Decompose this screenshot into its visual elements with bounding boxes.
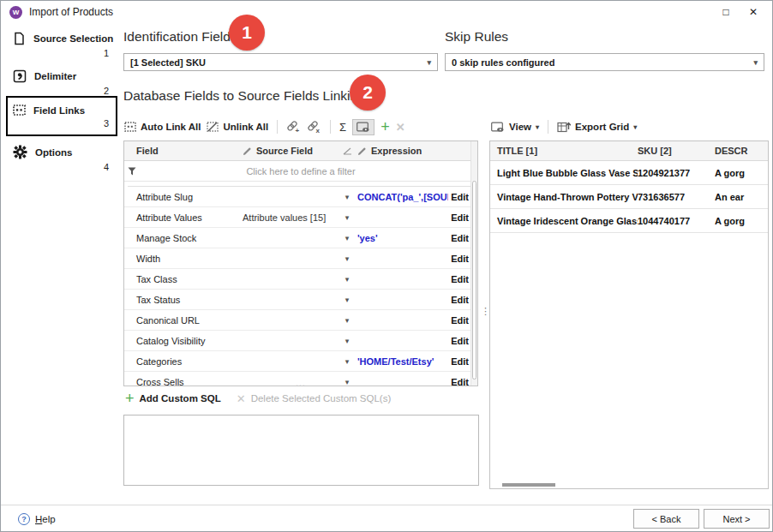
preview-row[interactable]: Vintage Hand-Thrown Pottery Vase | Utens… (490, 185, 768, 209)
sidebar-item-source-selection[interactable]: Source Selection 1 (13, 32, 109, 58)
field-link-row[interactable]: Canonical URL ▾ Edit (124, 310, 477, 331)
dropdown-arrow-icon[interactable]: ▾ (337, 213, 357, 222)
field-link-row[interactable]: Attribute Slug ▾ CONCAT('pa_',[SOURCE_FI… (124, 187, 477, 207)
quote-icon (13, 69, 27, 83)
preview-row[interactable]: Light Blue Bubble Glass Vase Signed Mgla… (490, 161, 768, 185)
field-link-row[interactable]: Tax Status ▾ Edit (124, 290, 477, 310)
filter-placeholder: Click here to define a filter (124, 166, 477, 176)
add-row-button[interactable]: + (381, 120, 390, 134)
step-number: 3 (104, 118, 109, 129)
window-title: Import of Products (29, 6, 113, 18)
field-link-row[interactable]: Categories ▾ 'HOME/Test/Etsy' Edit (124, 351, 477, 372)
vertical-scrollbar[interactable] (470, 141, 477, 386)
skip-rules-dropdown[interactable]: 0 skip rules configured ▾ (445, 53, 764, 71)
help-link[interactable]: ? Help (18, 513, 56, 525)
horizontal-scrollbar-thumb[interactable] (502, 483, 555, 487)
filter-funnel-icon (128, 167, 136, 176)
field-link-row[interactable]: Attribute Values Attribute values [15] ▾… (124, 207, 477, 228)
dropdown-value: [1 Selected] SKU (130, 57, 206, 68)
column-header-expression[interactable]: Expression (357, 146, 477, 156)
field-link-row[interactable]: Width ▾ Edit (124, 248, 477, 269)
sidebar-item-options[interactable]: Options 4 (13, 145, 109, 172)
linking-heading: Database Fields to Source Fields Linkini… (123, 88, 375, 104)
field-link-row[interactable]: Catalog Visibility ▾ Edit (124, 331, 477, 351)
auto-link-all-button[interactable]: Auto Link All (124, 122, 201, 132)
scrollbar-thumb[interactable] (472, 181, 476, 380)
chevron-down-icon: ▾ (427, 58, 431, 67)
sort-ascending-icon[interactable] (337, 147, 357, 155)
add-custom-sql-button[interactable]: + Add Custom SQL (125, 392, 221, 405)
pencil-icon (243, 146, 252, 156)
step-number: 2 (104, 86, 109, 96)
dropdown-arrow-icon[interactable]: ▾ (337, 378, 357, 386)
preview-toolbar: View ▾ Export Grid ▾ (491, 117, 637, 137)
toolbar-separator (330, 120, 331, 134)
column-header-sku[interactable]: SKU [2] (638, 146, 715, 156)
app-icon: W (9, 6, 22, 19)
dropdown-value: 0 skip rules configured (452, 57, 554, 68)
svg-text:+: + (296, 127, 300, 134)
toolbar-separator (277, 120, 278, 134)
chevron-down-icon: ▾ (536, 123, 539, 131)
svg-text:x: x (316, 127, 321, 134)
grid-resize-grip[interactable]: ... (296, 380, 305, 386)
step-badge-1: 1 (229, 15, 265, 51)
grid-dots-icon (124, 122, 136, 132)
dropdown-arrow-icon[interactable]: ▾ (337, 296, 357, 304)
next-button[interactable]: Next > (704, 509, 770, 529)
field-link-row[interactable]: Manage Stock ▾ 'yes' Edit (124, 228, 477, 248)
footer-divider (1, 505, 772, 505)
toolbar-separator (548, 120, 548, 134)
preview-eye-icon (491, 122, 505, 133)
remove-link-button[interactable]: x (307, 121, 321, 134)
add-link-button[interactable]: + (286, 121, 301, 134)
custom-sql-toolbar: + Add Custom SQL ✕ Delete Selected Custo… (125, 392, 391, 405)
back-button[interactable]: < Back (633, 509, 699, 529)
preview-eye-icon (357, 122, 370, 133)
step-label: Options (35, 147, 72, 158)
expression-sigma-button[interactable]: Σ (339, 121, 346, 134)
field-link-row[interactable]: Tax Class ▾ Edit (124, 269, 477, 290)
column-header-description[interactable]: DESCR (715, 146, 768, 156)
preview-row[interactable]: Vintage Iridescent Orange Glass Canister… (490, 209, 768, 233)
sidebar-item-field-links[interactable]: Field Links 3 (13, 105, 109, 129)
maximize-button[interactable]: □ (712, 3, 740, 21)
chevron-down-icon: ▾ (753, 58, 758, 67)
preview-toggle-button[interactable] (352, 119, 375, 135)
x-icon: ✕ (237, 392, 246, 405)
delete-custom-sql-button-disabled: ✕ Delete Selected Custom SQL(s) (237, 392, 392, 405)
unlink-icon (207, 122, 219, 132)
source-preview-grid: TITLE [1] SKU [2] DESCR Light Blue Bubbl… (489, 140, 769, 489)
identification-fields-dropdown[interactable]: [1 Selected] SKU ▾ (123, 53, 438, 71)
gear-icon (13, 145, 27, 159)
column-header-field[interactable]: Field (124, 146, 243, 156)
identification-fields-heading: Identification Fields (123, 29, 237, 45)
column-header-title[interactable]: TITLE [1] (490, 146, 638, 156)
step-badge-2: 2 (350, 75, 386, 111)
dropdown-arrow-icon[interactable]: ▾ (337, 316, 357, 325)
unlink-all-button[interactable]: Unlink All (207, 122, 268, 132)
column-header-source-field[interactable]: Source Field (243, 146, 337, 156)
help-icon: ? (18, 513, 30, 525)
document-icon (13, 32, 26, 45)
view-menu-button[interactable]: View ▾ (491, 122, 539, 133)
filter-row[interactable]: Click here to define a filter (124, 161, 477, 182)
step-label: Delimiter (34, 71, 76, 81)
step-label: Source Selection (33, 33, 113, 44)
step-number: 1 (104, 48, 109, 58)
close-button[interactable]: ✕ (740, 3, 767, 21)
sidebar-item-delimiter[interactable]: Delimiter 2 (13, 69, 109, 96)
dropdown-arrow-icon[interactable]: ▾ (337, 275, 357, 284)
dropdown-arrow-icon[interactable]: ▾ (337, 337, 357, 345)
dropdown-arrow-icon[interactable]: ▾ (337, 193, 357, 201)
export-grid-icon (557, 121, 571, 133)
plus-icon: + (125, 392, 135, 405)
link-remove-icon: x (307, 121, 321, 134)
dropdown-arrow-icon[interactable]: ▾ (337, 234, 357, 242)
custom-sql-textarea[interactable] (123, 415, 479, 486)
title-bar: W Import of Products □ ✕ (1, 1, 772, 23)
preview-header-row: TITLE [1] SKU [2] DESCR (490, 141, 768, 161)
dropdown-arrow-icon[interactable]: ▾ (337, 254, 357, 263)
dropdown-arrow-icon[interactable]: ▾ (337, 357, 357, 366)
export-grid-menu-button[interactable]: Export Grid ▾ (557, 121, 637, 133)
